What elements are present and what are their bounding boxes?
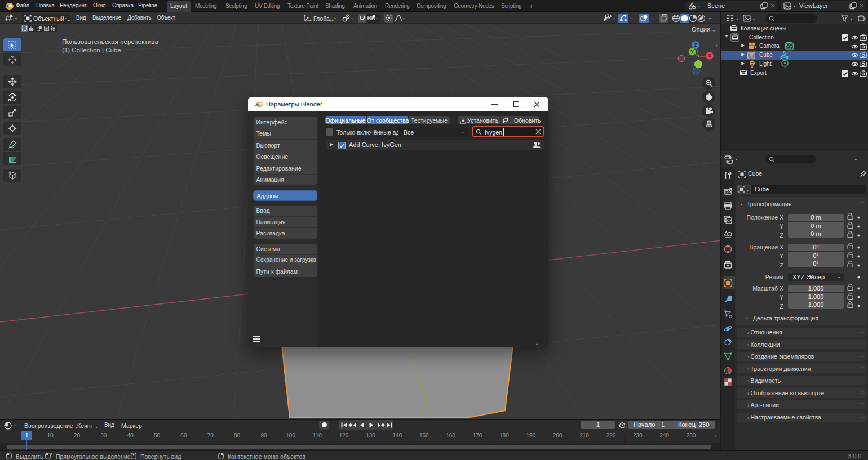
svg-text:110: 110 xyxy=(313,432,322,439)
svg-text:Y: Y xyxy=(690,49,694,55)
svg-text:190: 190 xyxy=(526,432,535,439)
svg-text:20: 20 xyxy=(74,432,81,439)
svg-text:Z: Z xyxy=(694,42,697,48)
svg-text:60: 60 xyxy=(180,432,187,439)
svg-text:100: 100 xyxy=(286,432,295,439)
svg-text:X: X xyxy=(708,53,711,59)
svg-text:70: 70 xyxy=(207,432,214,439)
svg-text:150: 150 xyxy=(419,432,429,439)
svg-text:240: 240 xyxy=(659,432,669,439)
svg-text:80: 80 xyxy=(234,432,241,439)
svg-text:30: 30 xyxy=(100,432,107,439)
svg-text:130: 130 xyxy=(366,432,375,439)
svg-text:170: 170 xyxy=(473,432,482,439)
svg-text:230: 230 xyxy=(633,432,643,439)
svg-text:10: 10 xyxy=(47,432,54,439)
svg-text:250: 250 xyxy=(687,432,696,439)
svg-text:50: 50 xyxy=(154,432,161,439)
svg-text:90: 90 xyxy=(260,432,267,439)
svg-text:140: 140 xyxy=(393,432,402,439)
svg-text:200: 200 xyxy=(553,432,563,439)
svg-text:220: 220 xyxy=(606,432,616,439)
svg-text:40: 40 xyxy=(127,432,134,439)
svg-text:120: 120 xyxy=(339,432,349,439)
svg-text:180: 180 xyxy=(499,432,509,439)
svg-text:160: 160 xyxy=(446,432,455,439)
svg-text:210: 210 xyxy=(579,432,589,439)
